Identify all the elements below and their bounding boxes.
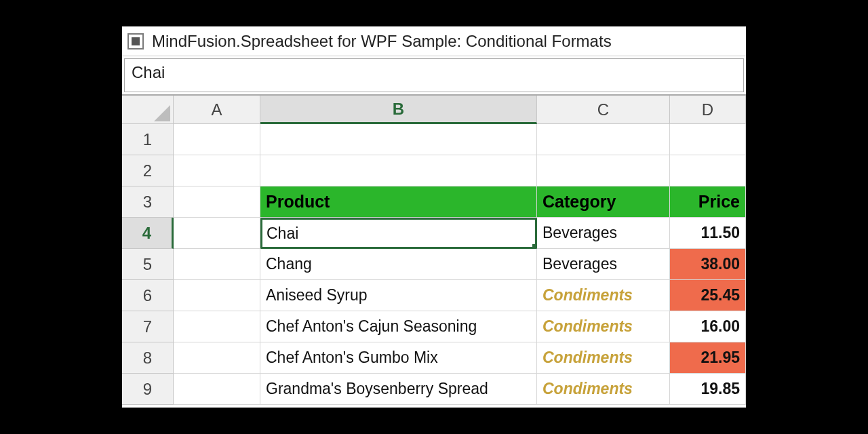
spreadsheet: A B C D 1 2 3 Product Category Price — [122, 94, 746, 405]
cell-A4[interactable] — [174, 218, 260, 249]
cell-D1[interactable] — [670, 124, 746, 155]
cell-value: Chai — [267, 224, 298, 243]
cell-B5[interactable]: Chang — [260, 249, 537, 280]
cell-D8[interactable]: 21.95 — [670, 342, 746, 374]
app-window: MindFusion.Spreadsheet for WPF Sample: C… — [122, 26, 746, 408]
cell-D5[interactable]: 38.00 — [670, 249, 746, 280]
row-header-8[interactable]: 8 — [122, 342, 174, 374]
cell-A2[interactable] — [174, 155, 260, 186]
cell-C6[interactable]: Condiments — [537, 280, 670, 311]
cell-C3[interactable]: Category — [537, 186, 670, 218]
cell-A6[interactable] — [174, 280, 260, 311]
row-header-5[interactable]: 5 — [122, 249, 174, 280]
formula-value: Chai — [132, 63, 165, 82]
window-title: MindFusion.Spreadsheet for WPF Sample: C… — [152, 32, 612, 51]
row-header-4[interactable]: 4 — [122, 218, 174, 249]
row-8: 8 Chef Anton's Gumbo Mix Condiments 21.9… — [122, 342, 746, 374]
cell-B8[interactable]: Chef Anton's Gumbo Mix — [260, 342, 537, 374]
cell-A9[interactable] — [174, 374, 260, 405]
cell-A8[interactable] — [174, 342, 260, 374]
col-header-B[interactable]: B — [260, 96, 537, 124]
col-header-A[interactable]: A — [174, 96, 260, 124]
row-5: 5 Chang Beverages 38.00 — [122, 249, 746, 280]
col-header-D[interactable]: D — [670, 96, 746, 124]
cell-C8[interactable]: Condiments — [537, 342, 670, 374]
row-2: 2 — [122, 155, 746, 186]
cell-A5[interactable] — [174, 249, 260, 280]
cell-B9[interactable]: Grandma's Boysenberry Spread — [260, 374, 537, 405]
cell-D9[interactable]: 19.85 — [670, 374, 746, 405]
cell-B2[interactable] — [260, 155, 537, 186]
cell-D6[interactable]: 25.45 — [670, 280, 746, 311]
row-header-1[interactable]: 1 — [122, 124, 174, 155]
row-header-7[interactable]: 7 — [122, 311, 174, 342]
row-header-2[interactable]: 2 — [122, 155, 174, 186]
cell-C9[interactable]: Condiments — [537, 374, 670, 405]
cell-B7[interactable]: Chef Anton's Cajun Seasoning — [260, 311, 537, 342]
cell-C2[interactable] — [537, 155, 670, 186]
cell-D3[interactable]: Price — [670, 186, 746, 218]
cell-B3[interactable]: Product — [260, 186, 537, 218]
cell-A3[interactable] — [174, 186, 260, 218]
cell-B1[interactable] — [260, 124, 537, 155]
row-header-9[interactable]: 9 — [122, 374, 174, 405]
row-header-6[interactable]: 6 — [122, 280, 174, 311]
title-bar[interactable]: MindFusion.Spreadsheet for WPF Sample: C… — [122, 26, 746, 56]
formula-bar[interactable]: Chai — [124, 58, 744, 92]
app-icon — [127, 33, 144, 50]
row-7: 7 Chef Anton's Cajun Seasoning Condiment… — [122, 311, 746, 342]
select-all-corner[interactable] — [122, 96, 174, 124]
row-4: 4 Chai Beverages 11.50 — [122, 218, 746, 249]
row-6: 6 Aniseed Syrup Condiments 25.45 — [122, 280, 746, 311]
cell-C5[interactable]: Beverages — [537, 249, 670, 280]
column-headers: A B C D — [122, 96, 746, 124]
row-header-3[interactable]: 3 — [122, 186, 174, 218]
fill-handle[interactable] — [532, 244, 537, 249]
cell-C4[interactable]: Beverages — [537, 218, 670, 249]
col-header-C[interactable]: C — [537, 96, 670, 124]
cell-B6[interactable]: Aniseed Syrup — [260, 280, 537, 311]
row-1: 1 — [122, 124, 746, 155]
row-3: 3 Product Category Price — [122, 186, 746, 218]
cell-C7[interactable]: Condiments — [537, 311, 670, 342]
cell-A1[interactable] — [174, 124, 260, 155]
cell-D4[interactable]: 11.50 — [670, 218, 746, 249]
cell-B4[interactable]: Chai — [260, 218, 537, 249]
cell-D2[interactable] — [670, 155, 746, 186]
row-9: 9 Grandma's Boysenberry Spread Condiment… — [122, 374, 746, 405]
cell-C1[interactable] — [537, 124, 670, 155]
cell-D7[interactable]: 16.00 — [670, 311, 746, 342]
cell-A7[interactable] — [174, 311, 260, 342]
